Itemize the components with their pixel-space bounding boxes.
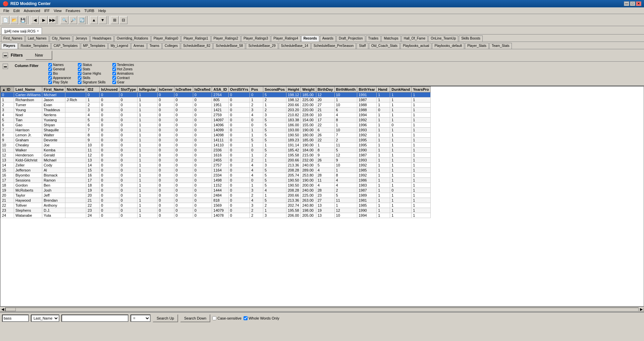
search-operator-dropdown[interactable]: = != < >: [130, 315, 151, 322]
tab-player-ratings3[interactable]: Player_Ratings3: [241, 36, 270, 42]
col-filter-stats-check[interactable]: [78, 67, 82, 71]
subtab-teams[interactable]: Teams: [147, 43, 162, 49]
col-header-DunkHand[interactable]: DunkHand: [390, 87, 412, 92]
subtab-schedulebase82[interactable]: ScheduleBase_82: [181, 43, 213, 49]
subtab-player-stats[interactable]: Player_Stats: [465, 43, 489, 49]
col-header-IsGener[interactable]: IsGener: [157, 87, 174, 92]
menu-features[interactable]: Features: [64, 8, 82, 13]
tab-online-teamup[interactable]: OnLine_TeamUp: [428, 36, 458, 42]
subtab-schedulebase14[interactable]: ScheduleBase_14: [279, 43, 311, 49]
search-down-btn[interactable]: Search Down: [180, 314, 210, 322]
tab-overriding-rotations[interactable]: Overriding_Rotations: [114, 36, 151, 42]
table-row[interactable]: 2TurnerEvan20010001951021200.66220.00271…: [1, 103, 431, 108]
col-header-Height[interactable]: Height: [286, 87, 301, 92]
tab-matchups[interactable]: Matchups: [381, 36, 400, 42]
table-row[interactable]: 13Kidd-GilchristMichael13001000245502120…: [1, 158, 431, 163]
tab-records[interactable]: Records: [301, 36, 319, 42]
col-header-ID2[interactable]: ID2: [86, 87, 100, 92]
menu-turb[interactable]: TURB: [82, 8, 96, 13]
close-btn[interactable]: ✕: [636, 1, 641, 6]
fwd2-btn[interactable]: ▶▶: [48, 16, 56, 24]
whole-words-check[interactable]: [244, 316, 248, 320]
fwd-btn[interactable]: ▶: [40, 16, 48, 24]
col-filter-contract-check[interactable]: [112, 76, 116, 80]
search-value-input[interactable]: [2, 315, 29, 322]
table-row[interactable]: 11WalkerKemba110010002336005185.42184.00…: [1, 148, 431, 153]
col-filter-skills-check[interactable]: [78, 76, 82, 80]
table-row[interactable]: 7HarrisonShaquille700100014099015193.001…: [1, 128, 431, 133]
table-row[interactable]: 19McRobertsJosh190010001444034208.28240.…: [1, 188, 431, 193]
col-filter-sig-skills-check[interactable]: [78, 80, 82, 84]
subtab-schedulebase-preseason[interactable]: ScheduleBase_PreSeason: [311, 43, 356, 49]
tab-jerseys[interactable]: Jerseys: [73, 36, 89, 42]
table-row[interactable]: 21HaywoodBrendan21001000818045213.36263.…: [1, 198, 431, 203]
subtab-old-coach-stats[interactable]: Old_Coach_Stats: [369, 43, 400, 49]
col-filter-bio-check[interactable]: [48, 72, 52, 75]
menu-edit[interactable]: Edit: [11, 8, 22, 13]
tab-skills-boosts[interactable]: Skills Boosts: [459, 36, 483, 42]
col-header-OvrdStYrs[interactable]: OvrdStYrs: [228, 87, 250, 92]
tab-draft-projection[interactable]: Draft_Projection: [336, 36, 365, 42]
col-header-__ID[interactable]: ▲ ID: [1, 87, 14, 92]
col-filter-appearance-check[interactable]: [48, 76, 52, 80]
col-header-NickName[interactable]: NickName: [65, 87, 86, 92]
table-row[interactable]: 10ChealeyJoe1000100014110011191.14190.00…: [1, 143, 431, 148]
menu-file[interactable]: File: [1, 8, 11, 13]
subtab-schedulebase58[interactable]: ScheduleBase_58: [213, 43, 245, 49]
col-header-Hand[interactable]: Hand: [377, 87, 390, 92]
subtab-cap-templates[interactable]: CAP_Templates: [51, 43, 80, 49]
file-tab[interactable]: [pl4] new saiji.ROS ×: [1, 27, 42, 34]
table-row[interactable]: 6GaoShiyan600100014096005186.00155.00221…: [1, 123, 431, 128]
maximize-btn[interactable]: □: [630, 1, 635, 6]
subtab-team-stats[interactable]: Team_Stats: [489, 43, 512, 49]
save-btn[interactable]: 💾: [19, 16, 27, 24]
table-row[interactable]: 12HendersonGerald120010001616012195.5821…: [1, 153, 431, 158]
menu-help[interactable]: Help: [96, 8, 108, 13]
col-header-BirthMonth[interactable]: BirthMonth: [334, 87, 357, 92]
table-row[interactable]: 5TianYuxiang500100014097005183.38154.001…: [1, 118, 431, 123]
table-row[interactable]: 23StephensD.J.2300100014079021195.58198.…: [1, 208, 431, 213]
tab-player-ratings1[interactable]: Player_Ratings1: [181, 36, 210, 42]
new-file-btn[interactable]: 📄: [1, 16, 9, 24]
subtab-players[interactable]: Players: [1, 43, 18, 49]
tab-player-ratings4[interactable]: Player_Ratings4: [271, 36, 300, 42]
table-row[interactable]: 24WatanabeYuta2400100014078023206.00205.…: [1, 213, 431, 218]
new-filter-btn[interactable]: New: [25, 51, 52, 60]
col-header-Pos[interactable]: Pos: [250, 87, 263, 92]
col-filter-hot-zones-check[interactable]: [112, 67, 116, 71]
col-header-SlotType[interactable]: SlotType: [119, 87, 138, 92]
minimize-btn[interactable]: —: [624, 1, 629, 6]
subtab-my-legend[interactable]: My_Legend: [108, 43, 130, 49]
back-btn[interactable]: ◀: [31, 16, 39, 24]
subtab-mp-templates[interactable]: MP_Templates: [81, 43, 108, 49]
table-row[interactable]: 14ZellerCody140010002757043213.36240.005…: [1, 163, 431, 168]
table-row[interactable]: 4NoelNerlens40010002759043210.82228.0010…: [1, 113, 431, 118]
col-filter-general-check[interactable]: [48, 67, 52, 71]
table-row[interactable]: 16BiyomboBismack160010002334045205.74253…: [1, 173, 431, 178]
tab-headshapes[interactable]: Headshapes: [90, 36, 114, 42]
search-text-input[interactable]: [61, 315, 128, 322]
tab-awards[interactable]: Awards: [320, 36, 336, 42]
tab-hall-of-fame[interactable]: Hall_Of_Fame: [401, 36, 428, 42]
search-up-btn[interactable]: Search Up: [153, 314, 178, 322]
table-row[interactable]: 20TaylorJeff200010002484021200.66225.002…: [1, 193, 431, 198]
col-header-Last_Name[interactable]: Last_Name: [14, 87, 42, 92]
col-filter-tendencies-check[interactable]: [112, 63, 116, 67]
tab-player-ratings2[interactable]: Player_Ratings2: [211, 36, 240, 42]
tab-last-names[interactable]: Last_Names: [25, 36, 49, 42]
h-scroll[interactable]: ◀ ▶: [0, 306, 644, 312]
col-header-Weight[interactable]: Weight: [301, 87, 316, 92]
tool2-btn[interactable]: ⊟: [119, 16, 127, 24]
scroll-right-btn[interactable]: ▶: [639, 308, 644, 312]
search-field-dropdown[interactable]: Last_Name First_Name NickName ID: [31, 315, 59, 322]
table-row[interactable]: 0Carter-WilliamsMichael00010002764005198…: [1, 92, 431, 97]
table-row[interactable]: 22TolliverAnthony220010001569032202.7424…: [1, 203, 431, 208]
col-header-IsDraftee[interactable]: IsDraftee: [174, 87, 193, 92]
case-sensitive-check[interactable]: [212, 316, 216, 320]
table-row[interactable]: 15JeffersonAl150010001164045208.28289.00…: [1, 168, 431, 173]
col-filter-status-check[interactable]: [78, 63, 82, 67]
search2-btn[interactable]: 🔎: [69, 16, 77, 24]
col-header-BirthDay[interactable]: BirthDay: [316, 87, 334, 92]
scroll-thumb[interactable]: [6, 308, 16, 311]
col-filter-game-highs-check[interactable]: [78, 72, 82, 75]
